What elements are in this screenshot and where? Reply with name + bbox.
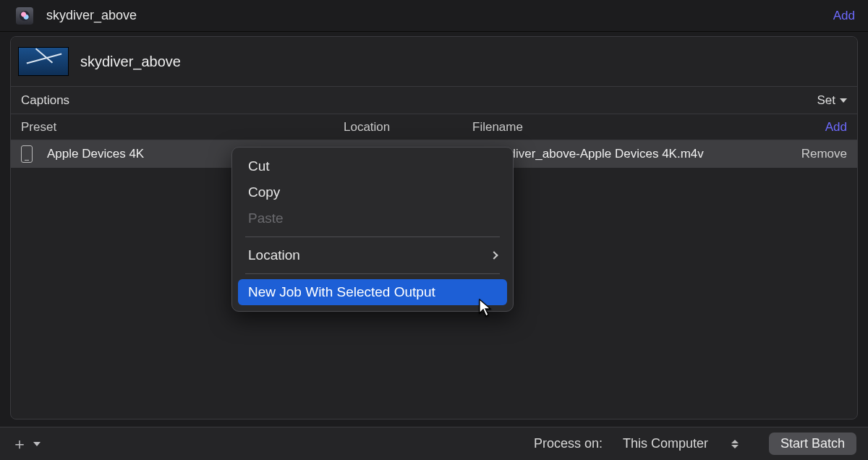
add-output-link[interactable]: Add (811, 120, 847, 135)
job-thumbnail[interactable] (18, 47, 69, 76)
start-batch-button[interactable]: Start Batch (769, 433, 856, 455)
device-icon (21, 145, 33, 163)
menu-paste: Paste (238, 205, 507, 231)
process-on-value: This Computer (623, 436, 708, 451)
add-job-link[interactable]: Add (833, 9, 855, 23)
chevron-down-icon (33, 442, 41, 446)
process-on-label: Process on: (534, 436, 603, 451)
plus-icon: ＋ (12, 433, 27, 455)
captions-set-label: Set (817, 93, 835, 108)
menu-cut[interactable]: Cut (238, 153, 507, 179)
menu-new-job-with-output[interactable]: New Job With Selected Output (238, 279, 507, 305)
column-filename: Filename (472, 120, 811, 135)
column-location: Location (344, 120, 472, 135)
stepper-icon (731, 440, 739, 448)
bottom-toolbar: ＋ Process on: This Computer Start Batch (0, 427, 868, 460)
job-name: skydiver_above (80, 54, 181, 70)
captions-row: Captions Set (11, 87, 857, 114)
menu-new-job-label: New Job With Selected Output (248, 284, 435, 300)
window-titlebar: skydiver_above Add (0, 0, 868, 32)
process-on-select[interactable]: This Computer (616, 433, 746, 454)
menu-copy-label: Copy (248, 184, 280, 200)
menu-separator (245, 237, 500, 237)
remove-output-button[interactable]: Remove (801, 147, 847, 161)
add-button[interactable]: ＋ (12, 433, 41, 455)
job-header: skydiver_above (11, 37, 857, 87)
output-columns-header: Preset Location Filename Add (11, 114, 857, 140)
window-title: skydiver_above (46, 8, 137, 23)
menu-separator (245, 273, 500, 274)
chevron-right-icon (490, 251, 498, 259)
menu-cut-label: Cut (248, 158, 270, 174)
menu-paste-label: Paste (248, 210, 284, 226)
chevron-down-icon (840, 98, 847, 103)
menu-copy[interactable]: Copy (238, 179, 507, 205)
menu-location-label: Location (248, 247, 300, 263)
captions-set-button[interactable]: Set (817, 93, 847, 108)
context-menu: Cut Copy Paste Location New Job With Sel… (231, 147, 514, 312)
app-icon (16, 7, 33, 25)
captions-label: Captions (21, 93, 69, 108)
preset-name: Apple Devices 4K (47, 147, 144, 161)
menu-location[interactable]: Location (238, 242, 507, 268)
column-preset: Preset (21, 120, 344, 135)
